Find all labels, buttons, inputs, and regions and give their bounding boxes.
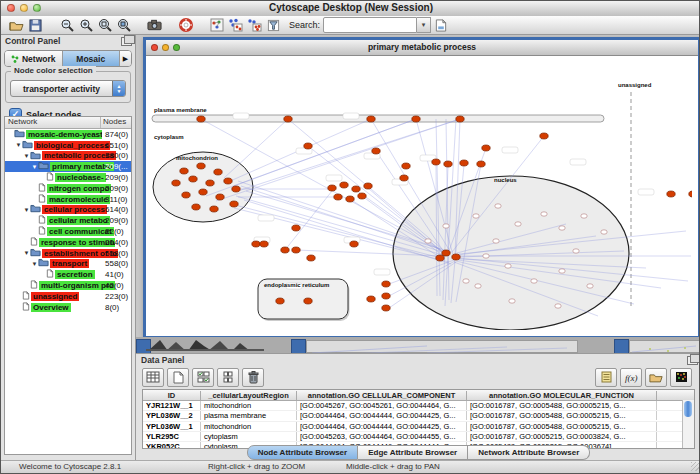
network-tree-row[interactable]: ▼establishment of lo558(0) [5, 248, 131, 259]
background-window-titlebar[interactable] [629, 340, 700, 353]
network-tree-row[interactable]: nucleobase-209(0) [5, 172, 131, 183]
attribute-row[interactable]: YLR295Ccytoplasm[GO:0045263, GO:0044464,… [143, 432, 694, 442]
column-header[interactable]: annotation.GO CELLULAR_COMPONENT [297, 391, 467, 400]
cytoscape-app-window: { "window": { "title": "Cytoscape Deskto… [0, 0, 700, 474]
network-tree-row[interactable]: macromolecule311(0) [5, 194, 131, 205]
attribute-cell: [GO:0016787, GO:0005215, GO:0003824, G..… [467, 432, 657, 441]
attribute-table-button[interactable] [142, 368, 164, 387]
float-data-panel-icon[interactable] [687, 356, 698, 365]
graph-node [456, 116, 464, 122]
node-color-dropdown[interactable]: transporter activity ▲▼ [10, 80, 126, 97]
select-attributes-button[interactable] [192, 368, 214, 387]
import-attributes-button[interactable] [645, 368, 667, 387]
tab-mosaic[interactable]: Mosaic [63, 51, 121, 66]
network-tree-row[interactable]: Overview8(0) [5, 302, 131, 313]
column-header[interactable]: ID [143, 391, 201, 400]
network-tree-row[interactable]: ▼primary metabo209(... [5, 161, 131, 172]
status-welcome: Welcome to Cytoscape 2.8.1 [19, 462, 121, 471]
tree-expander-icon[interactable]: ▼ [31, 261, 38, 267]
heatmap-button[interactable] [670, 368, 692, 387]
report-button[interactable] [595, 368, 617, 387]
advanced-search-icon [435, 19, 447, 32]
zoom-out-button[interactable] [57, 18, 76, 33]
network-window-titlebar[interactable]: primary metabolic process [146, 40, 698, 56]
search-dropdown-button[interactable]: ▾ [417, 17, 431, 33]
attribute-cell: YPL036W__2 [143, 411, 201, 420]
filter-button[interactable] [264, 18, 283, 33]
attribute-row[interactable]: YPL036W__1mitochondrion[GO:0044464, GO:0… [143, 422, 694, 432]
background-window-icon[interactable] [291, 339, 306, 353]
layout-network-button[interactable] [226, 18, 245, 33]
tab-network-attribute-browser[interactable]: Network Attribute Browser [468, 445, 590, 460]
network-tree-row[interactable]: ▼biological_process651(0) [5, 140, 131, 151]
float-panel-icon[interactable] [121, 37, 132, 46]
tree-item-node-count: 311(0) [105, 195, 128, 204]
table-scrollbar[interactable] [682, 400, 694, 448]
snapshot-button[interactable] [145, 18, 164, 33]
network-tree-row[interactable]: cell communicat22(0) [5, 226, 131, 237]
zoom-selected-region-button[interactable] [114, 18, 133, 33]
scrollbar-thumb[interactable] [684, 401, 692, 417]
tree-column-nodes[interactable]: Nodes [101, 117, 131, 128]
network-tree-row[interactable]: ▼metabolic process280(0) [5, 151, 131, 162]
graph-node [367, 296, 375, 302]
network-canvas[interactable]: plasma membrane cytoplasm mitochondrion … [146, 56, 692, 330]
network-graph[interactable] [146, 56, 692, 330]
delete-attribute-button[interactable] [242, 368, 264, 387]
layout-selected-button[interactable] [245, 18, 264, 33]
app-title: Cytoscape Desktop (New Session) [1, 2, 700, 13]
tree-expander-icon[interactable]: ▼ [31, 164, 38, 170]
tree-expander-icon[interactable]: ▼ [23, 250, 30, 256]
network-tree-row[interactable]: mosaic-demo-yeast874(0) [5, 129, 131, 140]
search-input[interactable] [323, 17, 417, 33]
advanced-search-button[interactable] [431, 18, 450, 33]
zoom-in-button[interactable] [76, 18, 95, 33]
tree-expander-icon[interactable]: ▼ [15, 142, 22, 148]
graph-node [172, 180, 180, 186]
tab-node-attribute-browser[interactable]: Node Attribute Browser [247, 445, 359, 460]
network-tree-row[interactable]: unassigned223(0) [5, 291, 131, 302]
graph-node [352, 186, 360, 192]
graph-node [444, 161, 452, 167]
tree-column-network[interactable]: Network [5, 117, 101, 128]
help-button[interactable] [176, 18, 195, 33]
tabs-overflow-button[interactable]: ▶ [120, 51, 131, 66]
network-tree-row[interactable]: secretion41(0) [5, 269, 131, 280]
network-window[interactable]: primary metabolic process plasma membran… [143, 37, 700, 339]
background-window-titlebar[interactable] [306, 340, 578, 353]
network-tree-row[interactable]: cellular metabo209(0) [5, 215, 131, 226]
control-panel: Control Panel Network Mosaic ▶ Node colo… [1, 35, 136, 463]
attribute-matrix-button[interactable] [217, 368, 239, 387]
background-window-icon[interactable] [614, 339, 629, 353]
region-label-mitochondrion: mitochondrion [176, 155, 218, 161]
network-tree-row[interactable]: response to stimulu264(0) [5, 237, 131, 248]
tree-expander-icon[interactable]: ▼ [23, 207, 30, 213]
file-icon [22, 302, 30, 313]
tab-edge-attribute-browser[interactable]: Edge Attribute Browser [358, 445, 468, 460]
network-tree-row[interactable]: ▼transport558(0) [5, 259, 131, 270]
vizmapper-button[interactable] [207, 18, 226, 33]
tree-expander-icon[interactable]: ▼ [23, 153, 30, 159]
formula-button[interactable]: f(x) [620, 368, 642, 387]
zoom-fit-button[interactable] [95, 18, 114, 33]
network-tree-row[interactable]: multi-organism pro42(0) [5, 280, 131, 291]
graph-node [412, 116, 420, 122]
tree-item-node-count: 8(0) [105, 303, 119, 312]
network-tree-row[interactable]: nitrogen compo209(0) [5, 183, 131, 194]
column-header[interactable]: annotation.GO MOLECULAR_FUNCTION [467, 391, 657, 400]
formula-fx-icon: f(x) [624, 372, 639, 383]
attribute-row[interactable]: YJR121W__1mitochondrion[GO:0045267, GO:0… [143, 401, 694, 411]
column-header[interactable]: _cellularLayoutRegion [201, 391, 297, 400]
save-session-button[interactable] [26, 18, 45, 33]
attribute-table-header: ID_cellularLayoutRegionannotation.GO CEL… [143, 390, 694, 401]
app-titlebar[interactable]: Cytoscape Desktop (New Session) [1, 1, 700, 17]
new-attribute-button[interactable] [167, 368, 189, 387]
attribute-row[interactable]: YPL036W__2plasma membrane[GO:0044464, GO… [143, 411, 694, 421]
network-tree-row[interactable]: ▼cellular process614(0) [5, 205, 131, 216]
resize-grip[interactable] [691, 462, 700, 471]
file-icon [30, 280, 38, 291]
open-file-button[interactable] [7, 18, 26, 33]
tab-network[interactable]: Network [5, 51, 63, 66]
zoom-in-icon [79, 18, 93, 32]
node-label-box [374, 269, 390, 275]
